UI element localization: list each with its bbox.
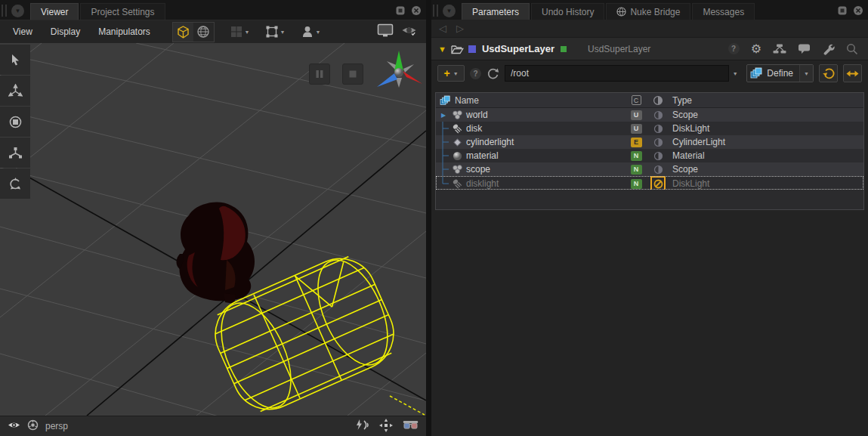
camera-select-button[interactable]: [27, 419, 39, 433]
menu-manipulators[interactable]: Manipulators: [91, 26, 157, 37]
panel-drag-grip[interactable]: [433, 5, 438, 17]
node-state-swatch: [561, 46, 567, 52]
tree-row-material[interactable]: material N Material: [436, 149, 863, 162]
scale-tool-button[interactable]: [0, 138, 30, 168]
node-graph-icon[interactable]: [773, 44, 786, 54]
camera-visibility-toggle[interactable]: [8, 420, 20, 432]
usd-layers-icon: [750, 67, 763, 79]
monitor-output-button[interactable]: [377, 23, 394, 41]
layout-quad-button[interactable]: ▼: [230, 23, 250, 42]
viewport-3d[interactable]: [0, 43, 426, 416]
activation-toggle-icon[interactable]: [653, 165, 663, 175]
collapse-triangle-icon[interactable]: ▼: [438, 45, 446, 54]
activation-column-icon[interactable]: [653, 95, 663, 106]
tab-undo-history[interactable]: Undo History: [531, 3, 604, 20]
pause-button[interactable]: [309, 63, 330, 85]
column-name-label[interactable]: Name: [455, 95, 479, 106]
tab-nuke-bridge[interactable]: Nuke Bridge: [606, 3, 690, 20]
translate-tool-button[interactable]: [0, 76, 30, 106]
chevron-down-icon[interactable]: ▼: [799, 65, 813, 82]
maximize-pane-icon[interactable]: [836, 5, 848, 16]
selection-marquee-button[interactable]: ▼: [265, 23, 286, 42]
menu-display[interactable]: Display: [44, 26, 87, 37]
gear-icon[interactable]: ⚙: [751, 43, 761, 55]
tree-connector: [438, 135, 449, 149]
axis-orientation-gizmo[interactable]: [375, 49, 422, 96]
panel-splitter[interactable]: [426, 0, 431, 436]
geometry-cube-toggle[interactable]: [173, 23, 193, 42]
globe-icon: [196, 25, 210, 39]
deactivated-slash-icon: [653, 179, 663, 189]
column-composition-icon[interactable]: C: [632, 95, 641, 105]
pane-menu-button[interactable]: ▼: [11, 5, 24, 17]
camera-person-button[interactable]: ▼: [301, 23, 321, 42]
tab-parameters[interactable]: Parameters: [462, 3, 530, 20]
nav-back-icon[interactable]: ◁: [439, 23, 446, 34]
close-pane-icon[interactable]: [852, 5, 863, 16]
tree-row-disk[interactable]: disk U DiskLight: [436, 122, 863, 135]
tab-viewer[interactable]: Viewer: [30, 3, 79, 20]
tab-project-settings[interactable]: Project Settings: [80, 3, 165, 20]
nuke-globe-icon: [616, 7, 626, 17]
rotate-tool-button[interactable]: [0, 107, 30, 137]
scope-prim-icon: [451, 164, 464, 175]
tab-messages[interactable]: Messages: [692, 3, 755, 20]
scope-prim-icon: [451, 110, 464, 120]
folder-icon: [451, 44, 464, 54]
prim-action-row: + ▼ ? ▼ Define ▼: [431, 60, 868, 86]
help-icon[interactable]: ?: [470, 68, 481, 79]
deactivated-highlight-box[interactable]: [650, 176, 666, 191]
column-type-label[interactable]: Type: [670, 95, 863, 106]
panel-drag-grip[interactable]: [2, 5, 7, 17]
maximize-pane-icon[interactable]: [394, 5, 406, 16]
wrench-icon[interactable]: [822, 42, 835, 55]
tree-row-cylinderlight[interactable]: cylinderlight E CylinderLight: [436, 135, 863, 149]
camera-name-label[interactable]: persp: [45, 421, 68, 431]
activation-toggle-icon[interactable]: [653, 124, 663, 134]
add-prim-button[interactable]: + ▼: [437, 65, 465, 82]
help-icon[interactable]: ?: [728, 43, 740, 54]
specifier-dropdown[interactable]: Define ▼: [746, 64, 814, 82]
menu-view[interactable]: View: [6, 26, 39, 37]
usd-layers-icon: [440, 95, 451, 106]
pane-menu-button[interactable]: ▼: [443, 5, 456, 17]
prim-path-input[interactable]: [505, 65, 729, 82]
select-tool-button[interactable]: [0, 45, 30, 75]
world-globe-toggle[interactable]: [193, 23, 214, 42]
tab-undo-history-label: Undo History: [542, 7, 594, 17]
path-dropdown-icon[interactable]: ▼: [729, 71, 741, 76]
comment-bubble-icon[interactable]: [798, 43, 811, 54]
close-pane-icon[interactable]: [410, 5, 422, 16]
snapshot-button[interactable]: [354, 419, 369, 433]
gizmo-center-sphere: [394, 68, 403, 77]
nav-forward-icon[interactable]: ▷: [456, 23, 464, 34]
node-type-label: UsdSuperLayer: [588, 44, 650, 54]
activation-toggle-icon[interactable]: [653, 110, 663, 120]
search-icon[interactable]: [846, 43, 858, 55]
tab-parameters-label: Parameters: [472, 7, 519, 17]
stereo-3d-button[interactable]: [403, 420, 419, 432]
tree-row-scope[interactable]: scope N Scope: [436, 162, 863, 176]
tree-row-disklight[interactable]: disklight N DiskLight: [436, 176, 863, 190]
composition-badge: U: [631, 124, 642, 134]
latch-to-node-button[interactable]: [819, 64, 838, 82]
z-axis-cone: [377, 73, 397, 87]
expand-triangle-icon[interactable]: ▶: [438, 112, 449, 119]
render-transport: [309, 63, 363, 85]
light-prim-icon: [451, 123, 464, 135]
eye-icon: [8, 420, 20, 430]
pan-mode-button[interactable]: [379, 419, 393, 434]
flash-camera-icon: [354, 419, 369, 431]
revert-icon[interactable]: [487, 67, 499, 80]
orbit-tool-button[interactable]: [0, 169, 30, 199]
swap-sync-button[interactable]: [843, 64, 862, 82]
activation-toggle-icon[interactable]: [653, 138, 663, 147]
visibility-eye-button[interactable]: [401, 24, 417, 40]
specifier-label: Define: [763, 68, 799, 79]
activation-toggle-icon[interactable]: [653, 151, 663, 161]
tree-row-world[interactable]: ▶ world U Scope: [436, 108, 863, 122]
chevron-down-icon: ▼: [453, 71, 459, 76]
light-prim-icon: [451, 178, 464, 190]
viewer-tabbar: ▼ Viewer Project Settings: [0, 0, 426, 20]
stop-button[interactable]: [342, 63, 363, 85]
